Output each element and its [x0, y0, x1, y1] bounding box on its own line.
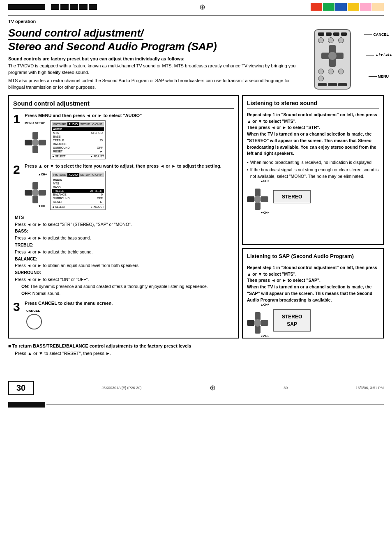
step3: 3 Press CANCEL to clear the menu screen.… [13, 301, 234, 329]
stereo-screen: STEREO [273, 190, 311, 203]
top-bar-segments [51, 4, 97, 10]
step3-text: Press CANCEL to clear the menu screen. [25, 301, 234, 306]
cancel-label: CANCEL [26, 309, 234, 313]
right-bottom-box: Listening to SAP (Second Audio Program) … [242, 248, 384, 339]
title-text: Sound control adjustment/ Stereo and Sec… [8, 27, 306, 91]
ch-plus-label: ▲CH+ [38, 173, 47, 176]
menu-label-s1: MENU [25, 121, 34, 125]
step3-content: Press CANCEL to clear the menu screen. C… [25, 301, 234, 329]
footer-note: ■ To return BASS/TREBLE/BALANCE control … [0, 339, 392, 357]
title-area: Sound control adjustment/ Stereo and Sec… [0, 25, 392, 93]
right-bottom-text: Repeat step 1 in "Sound control adjustme… [247, 265, 379, 304]
step1-menu-screen: PICTURE AUDIO SETUP C-CHIP AUDIO MTSSTER… [50, 120, 106, 159]
step2-text: Press ▲ or ▼ to select the item you want… [25, 164, 234, 168]
main-title-line1: Sound control adjustment/ [8, 27, 143, 40]
setup-label-s1: SETUP [35, 121, 45, 125]
ch-minus-label: ▼CH− [38, 205, 47, 207]
right-top-bullet1: •When mono broadcasting is received, no … [247, 159, 379, 166]
remote-body [314, 29, 351, 90]
footer-right-meta: 16/3/06, 3:51 PM [355, 386, 384, 390]
settings-block: MTS Press ◄ or ► to select "STR" (STEREO… [13, 214, 234, 297]
step2: 2 Press ▲ or ▼ to select the item you wa… [13, 164, 234, 210]
right-top-text1: Repeat step 1 in "Sound control adjustme… [247, 112, 379, 157]
right-bottom-title: Listening to SAP (Second Audio Program) [247, 253, 379, 261]
footer-crosshair: ⊕ [210, 383, 216, 392]
step1-text: Press MENU and then press ◄ or ► to sele… [25, 113, 234, 118]
main-content: Sound control adjustment 1 Press MENU an… [0, 95, 392, 339]
intro-bold: Sound controls are factory preset but yo… [8, 56, 306, 61]
sap-dpad [247, 312, 268, 334]
footer-left-meta: J5X00301A [E] (P26-30) [102, 386, 142, 390]
step2-content: Press ▲ or ▼ to select the item you want… [25, 164, 234, 210]
right-top-box: Listening to stereo sound Repeat step 1 … [242, 95, 384, 245]
main-title: Sound control adjustment/ Stereo and Sec… [8, 27, 306, 53]
bottom-decorative-bar [0, 400, 392, 409]
menu-annotation: MENU [369, 74, 389, 78]
intro-p2: MTS also provides an extra channel calle… [8, 77, 306, 91]
footer-center-meta: 30 [284, 386, 288, 390]
sap-display-row: ▲CH+ ▼CH− STEREO SAP [247, 307, 379, 334]
remote-diagram: CANCEL ▲/▼/◄/► MENU [310, 27, 384, 91]
step1-dpad [25, 132, 46, 153]
intro-p1: The TV/DVD is equipped with a feature kn… [8, 62, 306, 76]
section-label: TV operation [0, 16, 392, 25]
cancel-annotation: CANCEL [364, 32, 389, 37]
step2-dpad [25, 182, 46, 203]
footer-note-text: Press ▲ or ▼ to select "RESET", then pre… [8, 350, 384, 357]
main-title-line2: Stereo and Second Audio Program (SAP) [8, 40, 217, 53]
stereo-display-row: ▲CH+ ▼CH− STEREO [247, 184, 379, 210]
crosshair-icon: ⊕ [199, 2, 205, 12]
footer-note-title: ■ To return BASS/TREBLE/BALANCE control … [8, 343, 384, 350]
step2-menu-screen: PICTURE AUDIO SETUP C-CHIP AUDIO MTS BAS… [50, 171, 106, 210]
right-top-bullet2: •If the broadcast signal is not strong e… [247, 167, 379, 180]
right-column: Listening to stereo sound Repeat step 1 … [242, 95, 384, 339]
step3-number: 3 [13, 301, 22, 329]
page-number-box: 30 [8, 381, 34, 395]
top-bar-block1 [8, 4, 45, 10]
arrows-annotation: ▲/▼/◄/► [366, 53, 392, 57]
left-column: Sound control adjustment 1 Press MENU an… [8, 95, 239, 339]
sap-screen: STEREO SAP [273, 309, 311, 332]
left-section-title: Sound control adjustment [13, 100, 234, 109]
step1-number: 1 [13, 113, 22, 159]
step1-content: Press MENU and then press ◄ or ► to sele… [25, 113, 234, 159]
stereo-dpad [247, 189, 268, 210]
page-footer: 30 J5X00301A [E] (P26-30) ⊕ 30 16/3/06, … [0, 374, 392, 398]
step1: 1 Press MENU and then press ◄ or ► to se… [13, 113, 234, 159]
color-blocks [311, 3, 384, 11]
cancel-circle [26, 314, 42, 329]
top-decorative-bar: ⊕ [0, 0, 392, 14]
remote-dpad [321, 45, 344, 67]
right-top-title: Listening to stereo sound [247, 100, 379, 108]
step2-number: 2 [13, 164, 22, 210]
